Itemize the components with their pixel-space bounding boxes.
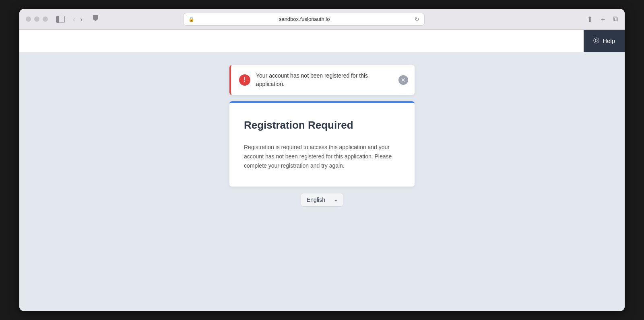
- alert-error-icon: !: [239, 74, 250, 86]
- browser-window: ‹ › ⛊ 🔒 sandbox.fusionauth.io ↻ ⬆ ＋ ⧉ ⓪ …: [19, 9, 625, 311]
- traffic-light-maximize[interactable]: [43, 16, 48, 22]
- traffic-lights: [26, 16, 48, 22]
- new-tab-icon[interactable]: ＋: [599, 14, 607, 24]
- help-button[interactable]: ⓪ Help: [584, 30, 625, 52]
- sidebar-toggle-button[interactable]: [56, 16, 65, 23]
- language-select-wrapper: English Español Français Deutsch: [301, 193, 343, 207]
- share-icon[interactable]: ⬆: [587, 15, 593, 24]
- registration-card: Registration Required Registration is re…: [229, 101, 415, 187]
- app-content: ! Your account has not been registered f…: [19, 52, 625, 311]
- alert-close-button[interactable]: ✕: [398, 75, 408, 85]
- registration-body: Registration is required to access this …: [244, 143, 400, 170]
- tabs-icon[interactable]: ⧉: [613, 15, 618, 23]
- nav-arrows: ‹ ›: [71, 16, 84, 23]
- browser-titlebar: ‹ › ⛊ 🔒 sandbox.fusionauth.io ↻ ⬆ ＋ ⧉: [19, 9, 625, 30]
- forward-button[interactable]: ›: [78, 16, 84, 23]
- error-alert: ! Your account has not been registered f…: [229, 65, 415, 95]
- reload-button[interactable]: ↻: [415, 16, 419, 23]
- back-button[interactable]: ‹: [71, 16, 77, 23]
- url-text: sandbox.fusionauth.io: [197, 16, 412, 22]
- registration-title: Registration Required: [244, 119, 400, 131]
- traffic-light-close[interactable]: [26, 16, 31, 22]
- help-icon: ⓪: [593, 37, 599, 45]
- close-icon: ✕: [401, 77, 406, 83]
- address-bar[interactable]: 🔒 sandbox.fusionauth.io ↻: [183, 13, 425, 26]
- alert-error-message: Your account has not been registered for…: [256, 72, 393, 88]
- traffic-light-minimize[interactable]: [34, 16, 39, 22]
- browser-actions: ⬆ ＋ ⧉: [587, 14, 618, 24]
- lock-icon: 🔒: [188, 16, 194, 22]
- shield-icon: ⛊: [92, 15, 99, 23]
- language-selector: English Español Français Deutsch: [301, 193, 343, 207]
- language-select[interactable]: English Español Français Deutsch: [301, 193, 343, 207]
- app-header: ⓪ Help: [19, 30, 625, 52]
- help-label: Help: [603, 37, 615, 44]
